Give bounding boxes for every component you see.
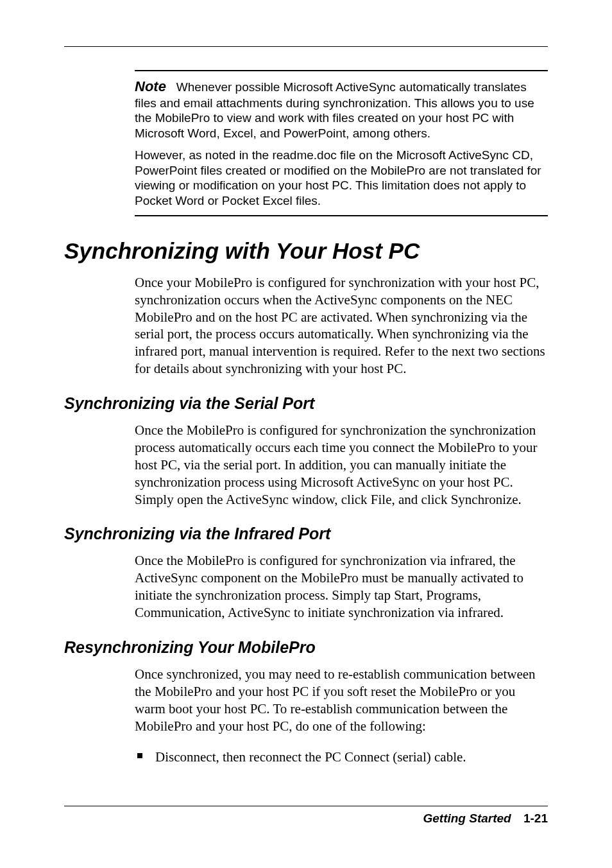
note-label: Note bbox=[135, 78, 166, 94]
note-block: Note Whenever possible Microsoft ActiveS… bbox=[135, 70, 548, 216]
body-infrared: Once the MobilePro is configured for syn… bbox=[135, 552, 548, 621]
body-resync: Once synchronized, you may need to re-es… bbox=[135, 666, 548, 735]
section-intro: Once your MobilePro is configured for sy… bbox=[135, 274, 548, 378]
footer-rule bbox=[64, 806, 548, 806]
page: Note Whenever possible Microsoft ActiveS… bbox=[0, 0, 612, 868]
subheading-resync: Resynchronizing Your MobilePro bbox=[64, 638, 548, 657]
note-paragraph-2: However, as noted in the readme.doc file… bbox=[135, 148, 548, 209]
footer-text: Getting Started 1-21 bbox=[64, 812, 548, 826]
subheading-serial: Synchronizing via the Serial Port bbox=[64, 394, 548, 413]
footer-page-number: 1-21 bbox=[514, 812, 548, 825]
section-title: Synchronizing with Your Host PC bbox=[64, 238, 548, 264]
body-serial: Once the MobilePro is configured for syn… bbox=[135, 422, 548, 508]
note-top-rule bbox=[135, 70, 548, 71]
subheading-infrared: Synchronizing via the Infrared Port bbox=[64, 525, 548, 543]
footer-label: Getting Started bbox=[423, 812, 511, 825]
note-paragraph-1: Note Whenever possible Microsoft ActiveS… bbox=[135, 78, 548, 141]
list-item: Disconnect, then reconnect the PC Connec… bbox=[135, 749, 548, 766]
bullet-list: Disconnect, then reconnect the PC Connec… bbox=[135, 749, 548, 766]
bullet-text: Disconnect, then reconnect the PC Connec… bbox=[155, 749, 466, 765]
note-text-1: Whenever possible Microsoft ActiveSync a… bbox=[135, 80, 534, 140]
top-rule bbox=[64, 46, 548, 47]
footer: Getting Started 1-21 bbox=[64, 806, 548, 826]
note-bottom-rule bbox=[135, 215, 548, 216]
square-bullet-icon bbox=[137, 753, 142, 758]
